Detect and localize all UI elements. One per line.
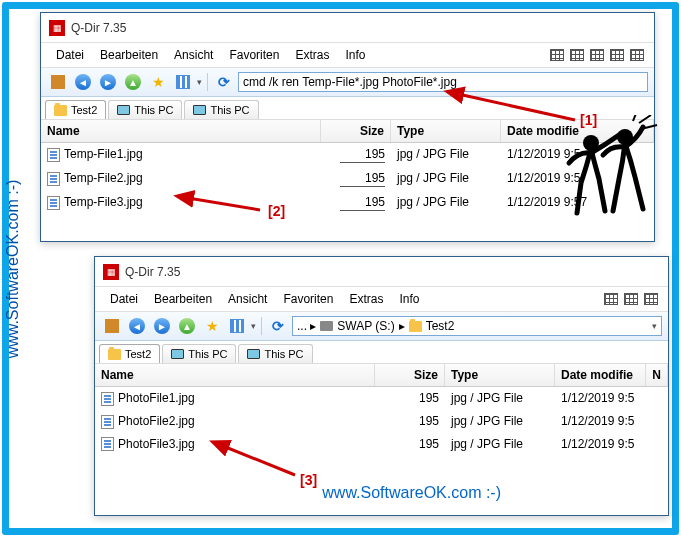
up-icon[interactable]: ▲ bbox=[176, 315, 198, 337]
menu-extras[interactable]: Extras bbox=[342, 289, 390, 309]
back-icon[interactable]: ◄ bbox=[126, 315, 148, 337]
panel-toggle-icon[interactable] bbox=[47, 71, 69, 93]
favorites-icon[interactable]: ★ bbox=[147, 71, 169, 93]
up-icon[interactable]: ▲ bbox=[122, 71, 144, 93]
col-name[interactable]: Name bbox=[41, 120, 321, 142]
col-type[interactable]: Type bbox=[445, 364, 555, 386]
cell-name: Temp-File2.jpg bbox=[41, 169, 321, 189]
menubar: Datei Bearbeiten Ansicht Favoriten Extra… bbox=[95, 287, 668, 312]
tab-this-pc[interactable]: This PC bbox=[238, 344, 312, 363]
tab-label: This PC bbox=[210, 104, 249, 116]
file-icon bbox=[47, 196, 60, 210]
svg-line-2 bbox=[223, 446, 295, 475]
monitor-icon bbox=[171, 349, 184, 359]
cell-name: PhotoFile2.jpg bbox=[95, 412, 375, 431]
cell-size: 195 bbox=[375, 412, 445, 431]
view-icon[interactable] bbox=[172, 71, 194, 93]
layout-icon[interactable] bbox=[644, 293, 658, 305]
drive-label: SWAP (S:) bbox=[337, 319, 394, 333]
menu-datei[interactable]: Datei bbox=[103, 289, 145, 309]
table-row[interactable]: PhotoFile3.jpg195jpg / JPG File1/12/2019… bbox=[95, 433, 668, 456]
menu-extras[interactable]: Extras bbox=[288, 45, 336, 65]
menu-info[interactable]: Info bbox=[392, 289, 426, 309]
titlebar[interactable]: ▦ Q-Dir 7.35 bbox=[41, 13, 654, 43]
table-row[interactable]: PhotoFile1.jpg195jpg / JPG File1/12/2019… bbox=[95, 387, 668, 410]
layout-icon[interactable] bbox=[630, 49, 644, 61]
menu-datei[interactable]: Datei bbox=[49, 45, 91, 65]
cell-size: 195 bbox=[321, 169, 391, 189]
svg-line-3 bbox=[639, 115, 651, 123]
annotation-label-2: [2] bbox=[268, 203, 285, 219]
cell-type: jpg / JPG File bbox=[445, 412, 555, 431]
col-size[interactable]: Size bbox=[375, 364, 445, 386]
folder-icon bbox=[108, 349, 121, 360]
tab-this-pc[interactable]: This PC bbox=[184, 100, 258, 119]
cell-name: PhotoFile1.jpg bbox=[95, 389, 375, 408]
file-icon bbox=[101, 392, 114, 406]
tab-test2[interactable]: Test2 bbox=[99, 344, 160, 363]
cell-size: 195 bbox=[375, 389, 445, 408]
folder-label: Test2 bbox=[426, 319, 455, 333]
annotation-label-3: [3] bbox=[300, 472, 317, 488]
cell-date: 1/12/2019 9:5 bbox=[555, 412, 668, 431]
file-icon bbox=[101, 437, 114, 451]
cell-type: jpg / JPG File bbox=[445, 435, 555, 454]
menu-info[interactable]: Info bbox=[338, 45, 372, 65]
forward-icon[interactable]: ► bbox=[151, 315, 173, 337]
cell-type: jpg / JPG File bbox=[391, 169, 501, 189]
address-bar[interactable]: ... ▸ SWAP (S:) ▸ Test2 ▾ bbox=[292, 316, 662, 336]
list-header: Name Size Type Date modifie N bbox=[95, 363, 668, 387]
annotation-arrow-3 bbox=[215, 440, 300, 483]
annotation-label-1: [1] bbox=[580, 112, 597, 128]
layout-icon[interactable] bbox=[604, 293, 618, 305]
file-icon bbox=[47, 148, 60, 162]
menu-favoriten[interactable]: Favoriten bbox=[276, 289, 340, 309]
view-icon[interactable] bbox=[226, 315, 248, 337]
refresh-icon[interactable]: ⟳ bbox=[267, 315, 289, 337]
refresh-icon[interactable]: ⟳ bbox=[213, 71, 235, 93]
cell-size: 195 bbox=[375, 435, 445, 454]
col-date[interactable]: Date modifie bbox=[555, 364, 646, 386]
svg-line-1 bbox=[188, 198, 260, 210]
layout-icon[interactable] bbox=[570, 49, 584, 61]
tab-label: This PC bbox=[134, 104, 173, 116]
folder-icon bbox=[409, 321, 422, 332]
titlebar[interactable]: ▦ Q-Dir 7.35 bbox=[95, 257, 668, 287]
cell-type: jpg / JPG File bbox=[391, 193, 501, 213]
layout-icon[interactable] bbox=[610, 49, 624, 61]
window-title: Q-Dir 7.35 bbox=[125, 265, 180, 279]
cell-date: 1/12/2019 9:5 bbox=[555, 435, 668, 454]
annotation-arrow-2 bbox=[180, 192, 265, 220]
menubar: Datei Bearbeiten Ansicht Favoriten Extra… bbox=[41, 43, 654, 68]
col-size[interactable]: Size bbox=[321, 120, 391, 142]
favorites-icon[interactable]: ★ bbox=[201, 315, 223, 337]
tab-this-pc[interactable]: This PC bbox=[108, 100, 182, 119]
layout-icon[interactable] bbox=[624, 293, 638, 305]
layout-icon[interactable] bbox=[590, 49, 604, 61]
col-extra[interactable]: N bbox=[646, 364, 668, 386]
cell-type: jpg / JPG File bbox=[391, 145, 501, 165]
command-input[interactable] bbox=[238, 72, 648, 92]
menu-favoriten[interactable]: Favoriten bbox=[222, 45, 286, 65]
file-icon bbox=[47, 172, 60, 186]
tab-test2[interactable]: Test2 bbox=[45, 100, 106, 119]
cell-name: Temp-File1.jpg bbox=[41, 145, 321, 165]
layout-icon[interactable] bbox=[550, 49, 564, 61]
cell-size: 195 bbox=[321, 145, 391, 165]
menu-bearbeiten[interactable]: Bearbeiten bbox=[147, 289, 219, 309]
app-icon: ▦ bbox=[103, 264, 119, 280]
menu-ansicht[interactable]: Ansicht bbox=[221, 289, 274, 309]
tab-this-pc[interactable]: This PC bbox=[162, 344, 236, 363]
tab-label: Test2 bbox=[125, 348, 151, 360]
menu-ansicht[interactable]: Ansicht bbox=[167, 45, 220, 65]
forward-icon[interactable]: ► bbox=[97, 71, 119, 93]
panel-toggle-icon[interactable] bbox=[101, 315, 123, 337]
svg-line-0 bbox=[458, 94, 575, 120]
cell-date: 1/12/2019 9:5 bbox=[555, 389, 668, 408]
decorative-figures bbox=[561, 115, 661, 236]
col-name[interactable]: Name bbox=[95, 364, 375, 386]
menu-bearbeiten[interactable]: Bearbeiten bbox=[93, 45, 165, 65]
back-icon[interactable]: ◄ bbox=[72, 71, 94, 93]
watermark-bottom: www.SoftwareOK.com :-) bbox=[322, 484, 501, 502]
table-row[interactable]: PhotoFile2.jpg195jpg / JPG File1/12/2019… bbox=[95, 410, 668, 433]
